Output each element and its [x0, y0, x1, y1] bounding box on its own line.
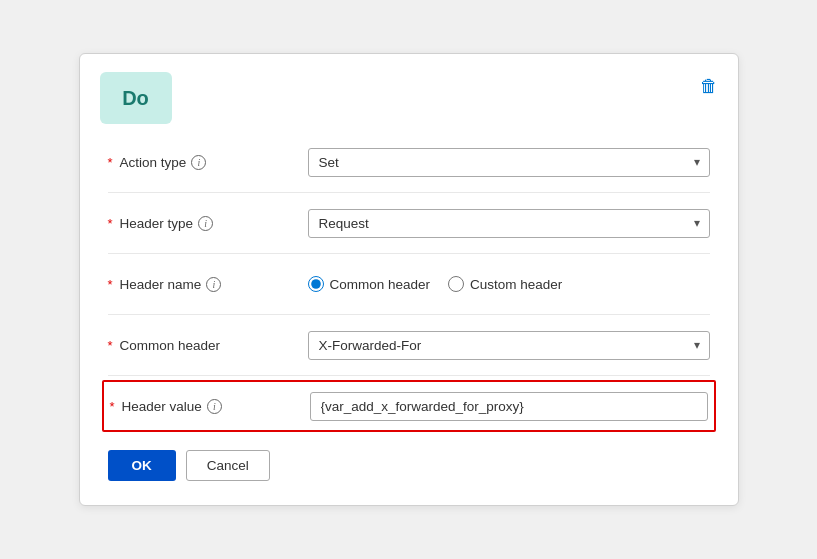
- cancel-button[interactable]: Cancel: [186, 450, 270, 481]
- header-type-label: * Header type i: [108, 216, 308, 231]
- common-header-row: * Common header X-Forwarded-For Content-…: [108, 319, 710, 371]
- custom-header-radio[interactable]: [448, 276, 464, 292]
- common-header-label-text: Common header: [120, 338, 221, 353]
- action-type-control: Set Delete Append ▾: [308, 148, 710, 177]
- do-dialog: Do 🗑 * Action type i Set Delete Append ▾: [79, 53, 739, 506]
- required-star-4: *: [108, 338, 113, 353]
- custom-header-radio-text: Custom header: [470, 277, 562, 292]
- header-type-select[interactable]: Request Response: [308, 209, 710, 238]
- dialog-header: Do 🗑: [80, 54, 738, 136]
- form-body: * Action type i Set Delete Append ▾ *: [80, 136, 738, 432]
- action-type-select[interactable]: Set Delete Append: [308, 148, 710, 177]
- header-name-radio-group: Common header Custom header: [308, 276, 710, 292]
- common-header-radio-label[interactable]: Common header: [308, 276, 431, 292]
- header-name-row: * Header name i Common header Custom hea…: [108, 258, 710, 310]
- header-value-control: [310, 392, 708, 421]
- header-value-label: * Header value i: [110, 399, 310, 414]
- ok-button[interactable]: OK: [108, 450, 176, 481]
- header-type-row: * Header type i Request Response ▾: [108, 197, 710, 249]
- header-value-input[interactable]: [310, 392, 708, 421]
- header-type-select-wrapper: Request Response ▾: [308, 209, 710, 238]
- header-name-label-text: Header name: [120, 277, 202, 292]
- common-header-control: X-Forwarded-For Content-Type Accept Auth…: [308, 331, 710, 360]
- divider-1: [108, 192, 710, 193]
- divider-4: [108, 375, 710, 376]
- header-type-info-icon[interactable]: i: [198, 216, 213, 231]
- delete-icon[interactable]: 🗑: [700, 76, 718, 97]
- common-header-radio[interactable]: [308, 276, 324, 292]
- header-type-label-text: Header type: [120, 216, 194, 231]
- do-badge: Do: [100, 72, 172, 124]
- action-type-select-wrapper: Set Delete Append ▾: [308, 148, 710, 177]
- header-type-control: Request Response ▾: [308, 209, 710, 238]
- required-star-3: *: [108, 277, 113, 292]
- divider-2: [108, 253, 710, 254]
- custom-header-radio-label[interactable]: Custom header: [448, 276, 562, 292]
- header-name-control: Common header Custom header: [308, 276, 710, 292]
- required-star: *: [108, 155, 113, 170]
- action-type-row: * Action type i Set Delete Append ▾: [108, 136, 710, 188]
- header-value-label-text: Header value: [122, 399, 202, 414]
- action-type-info-icon[interactable]: i: [191, 155, 206, 170]
- header-value-info-icon[interactable]: i: [207, 399, 222, 414]
- required-star-2: *: [108, 216, 113, 231]
- header-name-label: * Header name i: [108, 277, 308, 292]
- form-actions: OK Cancel: [80, 432, 738, 481]
- header-name-info-icon[interactable]: i: [206, 277, 221, 292]
- divider-3: [108, 314, 710, 315]
- common-header-select-wrapper: X-Forwarded-For Content-Type Accept Auth…: [308, 331, 710, 360]
- action-type-label-text: Action type: [120, 155, 187, 170]
- common-header-select[interactable]: X-Forwarded-For Content-Type Accept Auth…: [308, 331, 710, 360]
- action-type-label: * Action type i: [108, 155, 308, 170]
- common-header-label: * Common header: [108, 338, 308, 353]
- common-header-radio-text: Common header: [330, 277, 431, 292]
- required-star-5: *: [110, 399, 115, 414]
- header-value-row: * Header value i: [102, 380, 716, 432]
